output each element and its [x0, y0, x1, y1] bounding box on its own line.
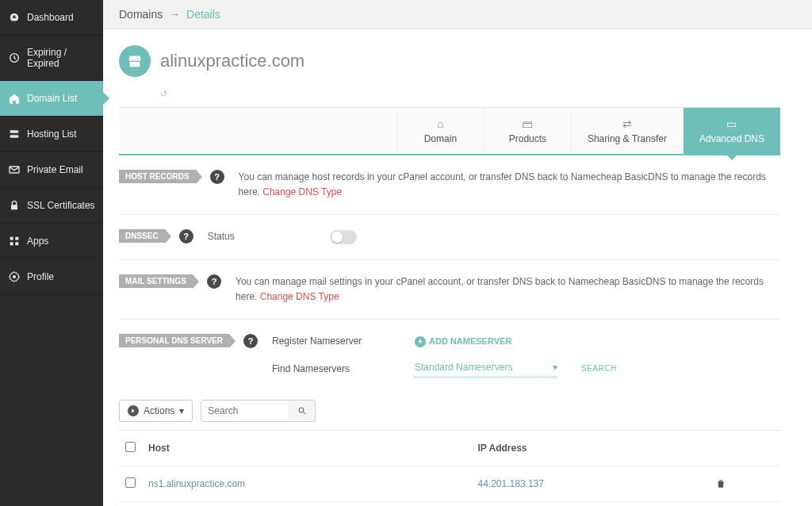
- column-ip: IP Address: [472, 431, 709, 466]
- section-mail-settings: MAIL SETTINGS ? You can manage mail sett…: [119, 260, 780, 320]
- refresh-icon[interactable]: ↺: [160, 89, 780, 99]
- tab-label: Advanced DNS: [699, 133, 764, 144]
- breadcrumb-arrow: →: [169, 8, 180, 21]
- breadcrumb: Domains → Details: [103, 0, 812, 29]
- actions-dropdown[interactable]: Actions ▾: [119, 400, 193, 422]
- select-all-checkbox[interactable]: [125, 442, 136, 452]
- sidebar-item-expiring[interactable]: Expiring / Expired: [0, 36, 103, 81]
- sidebar-item-label: Apps: [27, 236, 48, 247]
- section-host-records: HOST RECORDS ? You can manage host recor…: [119, 155, 780, 215]
- table-header-row: Host IP Address: [119, 431, 780, 466]
- tab-spacer: [119, 108, 396, 154]
- sidebar-item-label: Expiring / Expired: [27, 47, 95, 69]
- table-row: ns2.alinuxpractice.com 44.201.183.137: [119, 502, 780, 506]
- tab-domain[interactable]: ⌂ Domain: [396, 108, 484, 154]
- change-dns-type-link[interactable]: Change DNS Type: [262, 186, 342, 197]
- svg-rect-2: [10, 135, 19, 137]
- status-label: Status: [208, 229, 235, 244]
- search-nameservers-link[interactable]: SEARCH: [581, 362, 617, 375]
- play-icon: [128, 405, 139, 416]
- svg-rect-4: [11, 205, 17, 209]
- svg-rect-7: [10, 242, 13, 245]
- sidebar-item-label: Hosting List: [27, 128, 77, 140]
- gauge-icon: [8, 11, 21, 24]
- host-cell[interactable]: ns1.alinuxpractice.com: [142, 466, 472, 502]
- home-icon: ⌂: [437, 117, 443, 130]
- actions-label: Actions: [144, 405, 174, 416]
- change-dns-type-link[interactable]: Change DNS Type: [260, 291, 339, 302]
- row-checkbox[interactable]: [125, 477, 136, 488]
- plus-icon: +: [415, 336, 426, 347]
- sidebar-item-label: Dashboard: [27, 12, 74, 23]
- tab-sharing-transfer[interactable]: ⇄ Sharing & Transfer: [571, 108, 683, 154]
- svg-rect-8: [15, 242, 18, 245]
- tabs: ⌂ Domain 🗃︎ Products ⇄ Sharing & Transfe…: [119, 107, 780, 155]
- main-content: Domains → Details alinuxpractice.com ↺ ⌂…: [103, 0, 812, 506]
- add-nameserver-button[interactable]: + ADD NAMESERVER: [415, 335, 511, 349]
- section-dnssec: DNSSEC ? Status: [119, 215, 780, 259]
- section-label: MAIL SETTINGS: [119, 274, 193, 288]
- sidebar-item-private-email[interactable]: Private Email: [0, 152, 103, 188]
- tab-products[interactable]: 🗃︎ Products: [484, 108, 571, 154]
- gear-icon: [8, 270, 21, 283]
- domain-name: alinuxpractice.com: [160, 51, 304, 71]
- sidebar: Dashboard Expiring / Expired Domain List…: [0, 0, 103, 506]
- toolbar: Actions ▾: [119, 400, 780, 422]
- table-row: ns1.alinuxpractice.com 44.201.183.137: [119, 466, 780, 502]
- chevron-down-icon: ▾: [553, 360, 557, 375]
- tab-label: Domain: [424, 133, 457, 144]
- sidebar-item-profile[interactable]: Profile: [0, 259, 103, 295]
- delete-row-button[interactable]: [709, 466, 780, 502]
- breadcrumb-root[interactable]: Domains: [119, 8, 163, 21]
- domain-header: alinuxpractice.com: [119, 45, 780, 77]
- search-button[interactable]: [289, 401, 315, 420]
- toolbox-icon: ▭: [726, 117, 737, 130]
- help-icon[interactable]: ?: [207, 274, 221, 289]
- mail-icon: [8, 163, 21, 176]
- svg-rect-6: [15, 237, 18, 240]
- tab-label: Sharing & Transfer: [588, 133, 667, 144]
- sidebar-item-ssl[interactable]: SSL Certificates: [0, 188, 103, 224]
- ip-cell: 44.201.183.137: [472, 466, 709, 502]
- dropdown-value: Standard Nameservers: [415, 360, 512, 375]
- svg-point-9: [13, 275, 16, 278]
- box-icon: 🗃︎: [522, 117, 533, 130]
- delete-row-button[interactable]: [709, 502, 780, 506]
- sidebar-item-apps[interactable]: Apps: [0, 224, 103, 259]
- lock-icon: [8, 199, 21, 212]
- find-nameservers-label: Find Nameservers: [272, 362, 415, 377]
- host-cell[interactable]: ns2.alinuxpractice.com: [142, 502, 472, 506]
- tab-advanced-dns[interactable]: ▭ Advanced DNS: [683, 108, 780, 154]
- sidebar-item-domain-list[interactable]: Domain List: [0, 81, 103, 117]
- svg-point-10: [299, 408, 304, 412]
- sidebar-item-hosting-list[interactable]: Hosting List: [0, 117, 103, 152]
- help-icon[interactable]: ?: [210, 170, 224, 184]
- search-box: [201, 400, 316, 422]
- sidebar-item-dashboard[interactable]: Dashboard: [0, 0, 103, 36]
- help-icon[interactable]: ?: [179, 229, 193, 243]
- add-nameserver-label: ADD NAMESERVER: [429, 335, 511, 349]
- nameservers-table: Host IP Address ns1.alinuxpractice.com 4…: [119, 430, 780, 506]
- svg-rect-1: [10, 130, 19, 132]
- register-nameserver-label: Register Nameserver: [272, 334, 415, 349]
- nameservers-dropdown[interactable]: Standard Nameservers ▾: [415, 360, 557, 378]
- help-icon[interactable]: ?: [243, 334, 258, 348]
- apps-icon: [8, 235, 21, 247]
- section-body: You can manage host records in your cPan…: [239, 170, 780, 200]
- section-personal-dns: PERSONAL DNS SERVER ? Register Nameserve…: [119, 320, 780, 392]
- section-label: DNSSEC: [119, 229, 165, 243]
- store-icon: [119, 45, 151, 77]
- dnssec-toggle[interactable]: [330, 230, 357, 244]
- breadcrumb-current: Details: [186, 8, 220, 21]
- section-label: PERSONAL DNS SERVER: [119, 334, 229, 347]
- sidebar-item-label: SSL Certificates: [27, 200, 95, 211]
- tab-label: Products: [509, 133, 546, 144]
- home-icon: [8, 92, 21, 105]
- ip-cell: 44.201.183.137: [472, 502, 709, 506]
- search-input[interactable]: [201, 401, 289, 421]
- sidebar-item-label: Domain List: [27, 93, 77, 104]
- svg-rect-5: [10, 237, 13, 240]
- clock-icon: [8, 52, 21, 64]
- share-icon: ⇄: [622, 117, 632, 130]
- chevron-down-icon: ▾: [179, 405, 184, 416]
